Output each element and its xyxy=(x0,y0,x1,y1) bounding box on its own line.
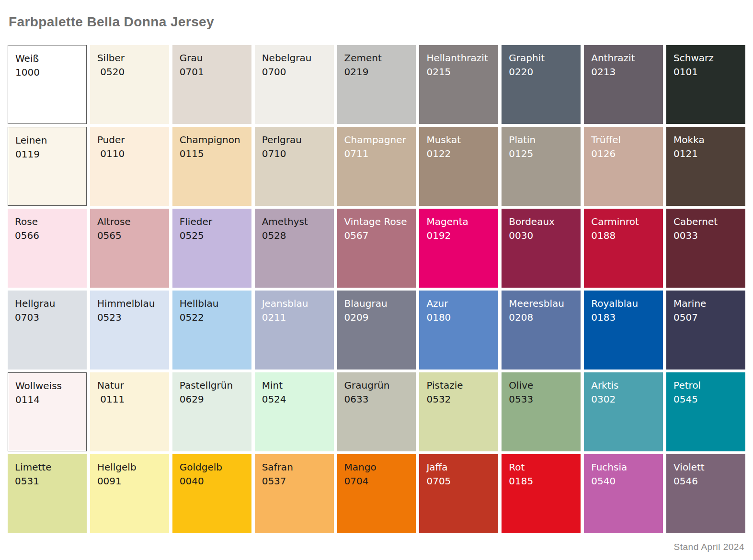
color-swatch: Flieder 0525 xyxy=(172,209,251,288)
swatch-code: 0533 xyxy=(509,392,580,406)
swatch-code: 0183 xyxy=(591,311,662,325)
swatch-code: 0122 xyxy=(426,147,497,161)
swatch-code: 0188 xyxy=(591,229,662,243)
color-swatch: Champignon 0115 xyxy=(172,127,251,206)
color-swatch: Goldgelb 0040 xyxy=(172,454,251,533)
swatch-name: Schwarz xyxy=(673,51,744,65)
swatch-name: Champignon xyxy=(180,133,251,147)
swatch-code: 0211 xyxy=(262,311,333,325)
color-swatch: Champagner 0711 xyxy=(337,127,416,206)
swatch-name: Rose xyxy=(15,215,86,229)
swatch-name: Blaugrau xyxy=(344,297,415,311)
swatch-name: Limette xyxy=(15,460,86,474)
swatch-code: 0185 xyxy=(509,474,580,488)
color-swatch: Safran 0537 xyxy=(255,454,334,533)
swatch-code: 0121 xyxy=(673,147,744,161)
swatch-code: 0091 xyxy=(97,474,168,488)
swatch-code: 0711 xyxy=(344,147,415,161)
palette-sheet: Farbpalette Bella Donna Jersey Weiß 1000… xyxy=(0,0,753,560)
swatch-code: 0208 xyxy=(509,311,580,325)
color-swatch: Violett 0546 xyxy=(666,454,745,533)
swatch-code: 0040 xyxy=(180,474,251,488)
color-swatch: Hellanthrazit 0215 xyxy=(419,45,498,124)
swatch-code: 0033 xyxy=(673,229,744,243)
swatch-name: Bordeaux xyxy=(509,215,580,229)
color-swatch: Vintage Rose 0567 xyxy=(337,209,416,288)
swatch-name: Rot xyxy=(509,460,580,474)
swatch-code: 0701 xyxy=(180,65,251,79)
color-swatch: Amethyst 0528 xyxy=(255,209,334,288)
swatch-name: Grau xyxy=(180,51,251,65)
swatch-code: 0537 xyxy=(262,474,333,488)
swatch-code: 0700 xyxy=(262,65,333,79)
swatch-code: 0566 xyxy=(15,229,86,243)
swatch-code: 0180 xyxy=(426,311,497,325)
color-swatch: Meeresblau 0208 xyxy=(502,291,581,370)
swatch-name: Petrol xyxy=(673,379,744,392)
color-swatch: Weiß 1000 xyxy=(8,45,87,124)
color-swatch: Pistazie 0532 xyxy=(419,372,498,451)
swatch-name: Anthrazit xyxy=(591,51,662,65)
swatch-code: 0507 xyxy=(673,311,744,325)
color-swatch: Carminrot 0188 xyxy=(584,209,663,288)
color-swatch: Rot 0185 xyxy=(502,454,581,533)
color-swatch: Wollweiss 0114 xyxy=(8,372,87,451)
swatch-code: 0101 xyxy=(673,65,744,79)
swatch-name: Jeansblau xyxy=(262,297,333,311)
color-swatch: Platin 0125 xyxy=(502,127,581,206)
swatch-code: 0528 xyxy=(262,229,333,243)
swatch-code: 0126 xyxy=(591,147,662,161)
swatch-name: Amethyst xyxy=(262,215,333,229)
swatch-name: Carminrot xyxy=(591,215,662,229)
swatch-name: Jaffa xyxy=(426,460,497,474)
color-swatch: Bordeaux 0030 xyxy=(502,209,581,288)
color-swatch: Graugrün 0633 xyxy=(337,372,416,451)
color-swatch: Hellgelb 0091 xyxy=(90,454,169,533)
swatch-name: Cabernet xyxy=(673,215,744,229)
color-swatch: Cabernet 0033 xyxy=(666,209,745,288)
swatch-name: Vintage Rose xyxy=(344,215,415,229)
color-swatch: Arktis 0302 xyxy=(584,372,663,451)
swatch-name: Leinen xyxy=(15,134,85,147)
color-swatch: Leinen 0119 xyxy=(8,127,87,206)
swatch-code: 0633 xyxy=(344,392,415,406)
color-swatch: Puder 0110 xyxy=(90,127,169,206)
color-swatch: Himmelblau 0523 xyxy=(90,291,169,370)
color-swatch: Fuchsia 0540 xyxy=(584,454,663,533)
swatch-code: 0629 xyxy=(180,392,251,406)
swatch-name: Hellgrau xyxy=(15,297,86,311)
swatch-name: Arktis xyxy=(591,379,662,392)
swatch-code: 0532 xyxy=(426,392,497,406)
color-swatch: Mint 0524 xyxy=(255,372,334,451)
swatch-code: 0302 xyxy=(591,392,662,406)
swatch-name: Hellblau xyxy=(180,297,251,311)
swatch-code: 0119 xyxy=(15,147,85,161)
swatch-name: Himmelblau xyxy=(97,297,168,311)
swatch-name: Fuchsia xyxy=(591,460,662,474)
swatch-code: 0705 xyxy=(426,474,497,488)
color-swatch: Grau 0701 xyxy=(172,45,251,124)
page-title: Farbpalette Bella Donna Jersey xyxy=(0,0,753,29)
swatch-code: 1000 xyxy=(15,66,85,79)
color-swatch: Petrol 0545 xyxy=(666,372,745,451)
color-swatch: Graphit 0220 xyxy=(502,45,581,124)
swatch-code: 0192 xyxy=(426,229,497,243)
swatch-code: 0524 xyxy=(262,392,333,406)
swatch-code: 0110 xyxy=(97,147,168,161)
swatch-code: 0710 xyxy=(262,147,333,161)
swatch-name: Mokka xyxy=(673,133,744,147)
palette-grid: Weiß 1000 Silber 0520 Grau 0701 Nebelgra… xyxy=(8,45,745,533)
swatch-name: Violett xyxy=(673,460,744,474)
color-swatch: Muskat 0122 xyxy=(419,127,498,206)
swatch-name: Muskat xyxy=(426,133,497,147)
swatch-name: Royalblau xyxy=(591,297,662,311)
swatch-code: 0565 xyxy=(97,229,168,243)
swatch-code: 0220 xyxy=(509,65,580,79)
color-swatch: Altrose 0565 xyxy=(90,209,169,288)
swatch-name: Wollweiss xyxy=(15,379,85,393)
color-swatch: Perlgrau 0710 xyxy=(255,127,334,206)
swatch-name: Silber xyxy=(97,51,168,65)
swatch-name: Platin xyxy=(509,133,580,147)
color-swatch: Natur 0111 xyxy=(90,372,169,451)
swatch-name: Pistazie xyxy=(426,379,497,392)
